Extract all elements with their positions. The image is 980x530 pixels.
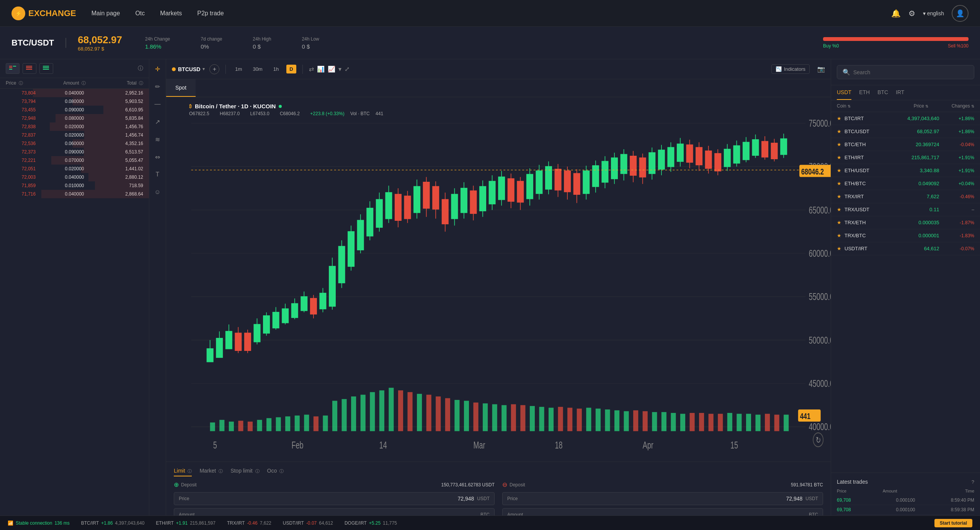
- favorite-star[interactable]: ★: [837, 129, 841, 134]
- market-row[interactable]: ★ USDT/IRT 64,612 -0.07%: [831, 242, 980, 255]
- horizontal-line-tool[interactable]: —: [152, 98, 163, 110]
- lt-info-icon[interactable]: ?: [972, 479, 974, 485]
- sell-price-row[interactable]: Price 72,948 USDT: [502, 492, 823, 505]
- sell-order-row[interactable]: 73,804 0.040000 2,952.16: [0, 89, 149, 97]
- favorite-star[interactable]: ★: [837, 220, 841, 225]
- svg-rect-144: [724, 149, 730, 166]
- svg-rect-136: [686, 145, 693, 162]
- favorite-star[interactable]: ★: [837, 207, 841, 212]
- favorite-star[interactable]: ★: [837, 194, 841, 199]
- nav-p2p[interactable]: P2p trade: [197, 10, 224, 17]
- trade-tab-stop-limit[interactable]: Stop limit ⓘ: [230, 468, 259, 476]
- ob-view-buy[interactable]: [39, 63, 53, 74]
- stat-7d-change: 7d change 0%: [201, 36, 222, 50]
- market-tab-usdt[interactable]: USDT: [837, 85, 851, 100]
- svg-rect-163: [238, 421, 243, 431]
- nav-main-page[interactable]: Main page: [91, 10, 120, 17]
- line-chart-icon[interactable]: 📈: [328, 65, 335, 73]
- measure-tool[interactable]: ⇔: [152, 151, 163, 163]
- limit-info-icon[interactable]: ⓘ: [188, 469, 192, 473]
- favorite-star[interactable]: ★: [837, 246, 841, 251]
- sell-order-row[interactable]: 72,948 0.080000 5,835.84: [0, 114, 149, 122]
- compare-icon[interactable]: ⇄: [309, 65, 314, 73]
- market-row[interactable]: ★ ETH/IRT 215,861,717 +1.91%: [831, 151, 980, 164]
- search-input[interactable]: [853, 69, 969, 75]
- sell-order-row[interactable]: 73,455 0.090000 6,610.95: [0, 106, 149, 114]
- market-row[interactable]: ★ BTC/USDT 68,052.97 +1.86%: [831, 125, 980, 138]
- svg-rect-72: [385, 192, 392, 219]
- draw-tool[interactable]: ✏: [152, 81, 163, 92]
- svg-rect-116: [593, 166, 599, 186]
- sell-order-row[interactable]: 72,003 0.040000 2,880.12: [0, 173, 149, 181]
- buy-price-row[interactable]: Price 72,948 USDT: [174, 492, 495, 505]
- timeframe-D[interactable]: D: [286, 65, 296, 73]
- fibonacci-tool[interactable]: ≋: [152, 134, 163, 145]
- ticker-pair: USDT/IRT: [283, 520, 304, 526]
- favorite-star[interactable]: ★: [837, 181, 841, 186]
- sell-order-row[interactable]: 72,838 0.020000 1,456.76: [0, 122, 149, 131]
- sell-order-row[interactable]: 71,716 0.040000 2,868.64: [0, 190, 149, 198]
- market-row[interactable]: ★ TRX/USDT 0.11 –: [831, 203, 980, 216]
- user-avatar[interactable]: 👤: [952, 5, 969, 22]
- market-info-icon[interactable]: ⓘ: [219, 469, 223, 473]
- sell-order-row[interactable]: 73,794 0.080000 5,903.52: [0, 97, 149, 106]
- timeframe-1m[interactable]: 1m: [232, 65, 245, 73]
- nav-otc[interactable]: Otc: [135, 10, 145, 17]
- market-row[interactable]: ★ TRX/ETH 0.000035 -1.87%: [831, 216, 980, 229]
- ob-view-both[interactable]: [6, 63, 20, 74]
- sell-order-row[interactable]: 72,221 0.070000 5,055.47: [0, 156, 149, 165]
- sell-order-row[interactable]: 72,373 0.090000 6,513.57: [0, 148, 149, 156]
- timeframe-30m[interactable]: 30m: [250, 65, 265, 73]
- market-tab-irt[interactable]: IRT: [896, 85, 904, 100]
- market-tab-eth[interactable]: ETH: [859, 85, 870, 100]
- timeframe-1h[interactable]: 1h: [270, 65, 282, 73]
- trade-tab-market[interactable]: Market ⓘ: [199, 468, 223, 476]
- market-row[interactable]: ★ BTC/ETH 20.369724 -0.04%: [831, 138, 980, 151]
- trade-tab-oco[interactable]: Oco ⓘ: [267, 468, 284, 476]
- sell-order-row[interactable]: 72,051 0.020000 1,441.02: [0, 165, 149, 173]
- ob-info-icon[interactable]: ⓘ: [138, 65, 143, 72]
- nav-markets[interactable]: Markets: [160, 10, 182, 17]
- fullscreen-icon[interactable]: ⤢: [345, 65, 350, 73]
- crosshair-tool[interactable]: ✛: [152, 63, 163, 75]
- spot-tab[interactable]: Spot: [166, 79, 196, 97]
- favorite-star[interactable]: ★: [837, 233, 841, 238]
- sell-order-row[interactable]: 71,859 0.010000 718.59: [0, 181, 149, 190]
- market-row[interactable]: ★ ETH/USDT 3,340.88 +1.91%: [831, 164, 980, 177]
- market-row[interactable]: ★ TRX/IRT 7,622 -0.46%: [831, 190, 980, 203]
- trade-tab-limit[interactable]: Limit ⓘ: [174, 468, 192, 476]
- gear-icon[interactable]: ⚙: [908, 9, 915, 18]
- language-selector[interactable]: ▾ english: [923, 10, 944, 16]
- chart-symbol[interactable]: BTCUSD ▾: [172, 66, 205, 72]
- bar-chart-icon[interactable]: 📊: [317, 65, 325, 73]
- stop-limit-info-icon[interactable]: ⓘ: [255, 469, 260, 473]
- symbol-dot: [172, 67, 176, 71]
- favorite-star[interactable]: ★: [837, 116, 841, 121]
- sell-order-row[interactable]: 72,837 0.020000 1,456.74: [0, 131, 149, 139]
- svg-rect-171: [314, 416, 318, 431]
- sell-order-row[interactable]: 72,536 0.060000 4,352.16: [0, 139, 149, 148]
- text-tool[interactable]: T: [152, 169, 163, 180]
- svg-text:14: 14: [379, 440, 387, 451]
- search-input-wrap[interactable]: 🔍: [837, 65, 974, 79]
- trend-line-tool[interactable]: ↗: [152, 116, 163, 127]
- indicators-button[interactable]: 📉 Indicators: [771, 64, 810, 74]
- chart-settings-icon[interactable]: ▾: [338, 65, 341, 73]
- svg-rect-44: [254, 325, 260, 342]
- chart-add-button[interactable]: +: [209, 64, 219, 74]
- ob-view-sell[interactable]: [23, 63, 36, 74]
- favorite-star[interactable]: ★: [837, 142, 841, 147]
- favorite-star[interactable]: ★: [837, 155, 841, 160]
- market-row[interactable]: ★ BTC/IRT 4,397,043,640 +1.86%: [831, 112, 980, 125]
- sell-price-currency: USDT: [805, 496, 818, 501]
- emoji-tool[interactable]: ☺: [152, 186, 163, 198]
- screenshot-icon[interactable]: 📷: [817, 65, 825, 73]
- tutorial-button[interactable]: Start tutorial: [934, 519, 972, 527]
- bell-icon[interactable]: 🔔: [891, 9, 901, 18]
- market-row[interactable]: ★ ETH/BTC 0.049092 +0.04%: [831, 177, 980, 190]
- market-row[interactable]: ★ TRX/BTC 0.000001 -1.83%: [831, 229, 980, 242]
- favorite-star[interactable]: ★: [837, 168, 841, 173]
- oco-info-icon[interactable]: ⓘ: [279, 469, 284, 473]
- logo[interactable]: ⚡ EXCHANGE: [11, 7, 76, 20]
- market-tab-btc[interactable]: BTC: [877, 85, 888, 100]
